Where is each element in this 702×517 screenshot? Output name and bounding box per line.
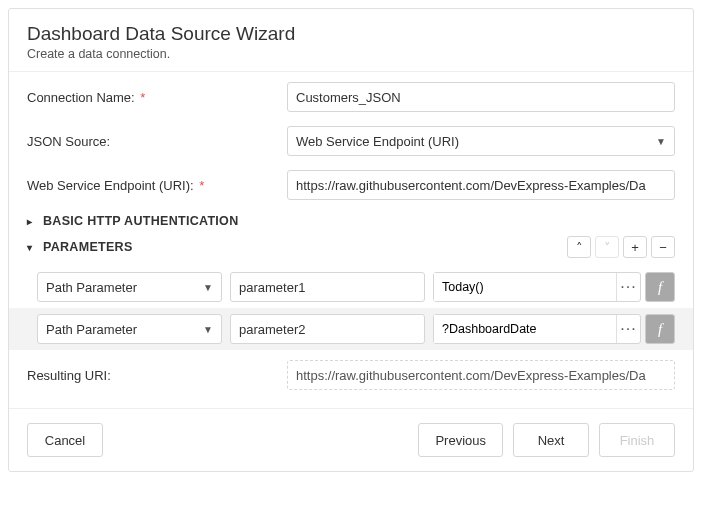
- chevron-down-icon: ▼: [203, 324, 213, 335]
- label-resulting-uri: Resulting URI:: [27, 368, 287, 383]
- chevron-down-icon: ▾: [27, 242, 37, 253]
- param-type-value: Path Parameter: [46, 280, 137, 295]
- endpoint-input[interactable]: [287, 170, 675, 200]
- required-indicator: *: [199, 178, 204, 193]
- required-indicator: *: [140, 90, 145, 105]
- label-endpoint-text: Web Service Endpoint (URI):: [27, 178, 194, 193]
- section-auth-header[interactable]: ▸ BASIC HTTP AUTHENTICATION: [27, 214, 675, 228]
- row-endpoint: Web Service Endpoint (URI): *: [27, 170, 675, 200]
- param-name-input[interactable]: [230, 272, 425, 302]
- chevron-down-icon: ▼: [656, 136, 666, 147]
- add-param-button[interactable]: +: [623, 236, 647, 258]
- param-name-input[interactable]: [230, 314, 425, 344]
- cancel-button[interactable]: Cancel: [27, 423, 103, 457]
- section-params-toggle[interactable]: ▾ PARAMETERS: [27, 240, 133, 254]
- wizard-dialog: Dashboard Data Source Wizard Create a da…: [8, 8, 694, 472]
- ellipsis-button[interactable]: ···: [616, 315, 640, 343]
- param-type-value: Path Parameter: [46, 322, 137, 337]
- param-value-input[interactable]: [434, 273, 616, 301]
- wizard-title: Dashboard Data Source Wizard: [27, 23, 675, 45]
- remove-param-button[interactable]: −: [651, 236, 675, 258]
- next-button[interactable]: Next: [513, 423, 589, 457]
- previous-button[interactable]: Previous: [418, 423, 503, 457]
- chevron-right-icon: ▸: [27, 216, 37, 227]
- fx-button[interactable]: f: [645, 314, 675, 344]
- move-down-button: ˅: [595, 236, 619, 258]
- section-params-header: ▾ PARAMETERS ˄ ˅ + −: [27, 236, 675, 258]
- param-value-field[interactable]: ···: [433, 314, 641, 344]
- label-connection-name: Connection Name: *: [27, 90, 287, 105]
- wizard-subtitle: Create a data connection.: [27, 47, 675, 61]
- param-row: Path Parameter ▼ ··· f: [27, 266, 675, 308]
- finish-button: Finish: [599, 423, 675, 457]
- section-params-label: PARAMETERS: [43, 240, 133, 254]
- param-row: Path Parameter ▼ ··· f: [9, 308, 693, 350]
- move-up-button[interactable]: ˄: [567, 236, 591, 258]
- label-endpoint: Web Service Endpoint (URI): *: [27, 178, 287, 193]
- params-toolbar: ˄ ˅ + −: [567, 236, 675, 258]
- wizard-header: Dashboard Data Source Wizard Create a da…: [9, 9, 693, 72]
- connection-name-input[interactable]: [287, 82, 675, 112]
- resulting-uri-output: https://raw.githubusercontent.com/DevExp…: [287, 360, 675, 390]
- row-json-source: JSON Source: Web Service Endpoint (URI) …: [27, 126, 675, 156]
- param-type-select[interactable]: Path Parameter ▼: [37, 314, 222, 344]
- wizard-footer: Cancel Previous Next Finish: [9, 408, 693, 471]
- json-source-value: Web Service Endpoint (URI): [296, 134, 459, 149]
- param-value-input[interactable]: [434, 315, 616, 343]
- param-type-select[interactable]: Path Parameter ▼: [37, 272, 222, 302]
- row-resulting-uri: Resulting URI: https://raw.githubusercon…: [27, 360, 675, 390]
- ellipsis-button[interactable]: ···: [616, 273, 640, 301]
- chevron-down-icon: ▼: [203, 282, 213, 293]
- label-json-source: JSON Source:: [27, 134, 287, 149]
- wizard-body: Connection Name: * JSON Source: Web Serv…: [9, 72, 693, 408]
- label-connection-name-text: Connection Name:: [27, 90, 135, 105]
- fx-button[interactable]: f: [645, 272, 675, 302]
- row-connection-name: Connection Name: *: [27, 82, 675, 112]
- section-auth-label: BASIC HTTP AUTHENTICATION: [43, 214, 238, 228]
- param-value-field[interactable]: ···: [433, 272, 641, 302]
- json-source-select[interactable]: Web Service Endpoint (URI) ▼: [287, 126, 675, 156]
